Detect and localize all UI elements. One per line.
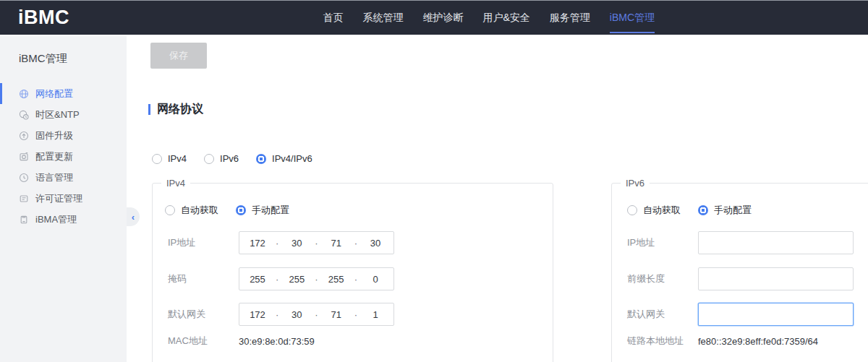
sidebar-item-language[interactable]: 语言管理: [0, 167, 127, 188]
ip-octet[interactable]: 30: [357, 238, 393, 249]
ipv6-ip-row: IP地址: [612, 231, 868, 254]
sidebar-item-label: 配置更新: [35, 150, 73, 163]
sidebar-item-label: 网络配置: [35, 87, 73, 100]
sidebar-item-license[interactable]: 许可证管理: [0, 188, 127, 209]
ip-octet[interactable]: 30: [278, 238, 315, 249]
radio-circle-icon[interactable]: [236, 205, 246, 215]
ipv4-mac-label: MAC地址: [168, 335, 208, 348]
ipv6-prefix-input[interactable]: [698, 267, 854, 290]
radio-label: IPv6: [220, 153, 239, 164]
sidebar-item-network-config[interactable]: 网络配置: [0, 83, 127, 104]
ipv4-gateway-row: 默认网关 172 · 30 · 71 · 1: [153, 303, 553, 326]
radio-ipv6-auto[interactable]: 自动获取: [627, 204, 681, 217]
sidebar-item-config-update[interactable]: 配置更新: [0, 146, 127, 167]
top-bar: iBMC 首页 系统管理 维护诊断 用户&安全 服务管理 iBMC管理: [0, 0, 868, 35]
sidebar-title: iBMC管理: [19, 52, 127, 66]
nav-item-home[interactable]: 首页: [323, 12, 343, 25]
ipv4-mask-label: 掩码: [168, 272, 187, 285]
ipv4-panel-legend: IPv4: [161, 178, 190, 189]
upgrade-arrow-icon: [19, 131, 29, 141]
ipv6-panel: IPv6 自动获取 手动配置 IP地址 前缀长度 默认网关 链路本地地址: [611, 183, 868, 362]
ipv4-panel: IPv4 自动获取 手动配置 IP地址 172 · 30 · 71 · 30: [152, 183, 553, 362]
ibmc-logo: iBMC: [18, 7, 69, 29]
timezone-clock-icon: [19, 110, 29, 120]
sidebar-item-label: 语言管理: [35, 171, 73, 184]
ip-octet[interactable]: 255: [278, 274, 315, 285]
ipv4-mac-row: MAC地址 30:e9:8e:0d:73:59: [153, 335, 553, 347]
radio-ipv4[interactable]: IPv4: [152, 153, 187, 164]
ipv6-mode-radio-group: 自动获取 手动配置: [627, 204, 769, 217]
sidebar: iBMC管理 网络配置 时区&NTP 固件升级: [0, 36, 127, 362]
nav-item-maintenance[interactable]: 维护诊断: [422, 12, 463, 25]
ipv4-mode-radio-group: 自动获取 手动配置: [165, 204, 307, 217]
sidebar-item-timezone-ntp[interactable]: 时区&NTP: [0, 104, 127, 125]
radio-ipv4-auto[interactable]: 自动获取: [165, 204, 218, 217]
sidebar-item-ibma[interactable]: iBMA管理: [0, 209, 127, 230]
radio-circle-icon[interactable]: [256, 154, 266, 164]
ipv4-mask-input[interactable]: 255 · 255 · 255 · 0: [239, 267, 394, 290]
ip-octet[interactable]: 255: [239, 274, 276, 285]
ipv4-ip-input[interactable]: 172 · 30 · 71 · 30: [239, 231, 394, 254]
section-accent-bar: [148, 104, 150, 115]
ip-octet[interactable]: 0: [357, 274, 393, 285]
ipv6-link-local-value: fe80::32e9:8eff:fe0d:7359/64: [698, 336, 818, 347]
radio-circle-icon[interactable]: [627, 205, 637, 215]
sidebar-item-label: 固件升级: [35, 129, 73, 142]
ipv6-prefix-label: 前缀长度: [627, 272, 665, 285]
license-doc-icon: [19, 194, 29, 204]
chevron-left-icon: ‹: [132, 212, 135, 223]
ip-octet[interactable]: 255: [318, 274, 354, 285]
sidebar-menu: 网络配置 时区&NTP 固件升级 配置更新: [0, 83, 127, 230]
nav-item-user-security[interactable]: 用户&安全: [482, 12, 529, 25]
radio-label: IPv4/IPv6: [272, 153, 312, 164]
radio-circle-icon[interactable]: [165, 205, 175, 215]
language-clock-icon: [19, 173, 29, 183]
nav-item-system[interactable]: 系统管理: [362, 12, 403, 25]
nav-item-service[interactable]: 服务管理: [550, 12, 590, 25]
radio-ipv4-ipv6[interactable]: IPv4/IPv6: [256, 153, 312, 164]
section-title: 网络协议: [157, 102, 203, 117]
sidebar-item-label: iBMA管理: [35, 213, 77, 226]
radio-label: 自动获取: [643, 204, 681, 217]
ipv6-panel-legend: IPv6: [621, 178, 650, 189]
section-header: 网络协议: [148, 102, 203, 117]
ipv6-gateway-label: 默认网关: [627, 308, 665, 321]
ipv4-mask-row: 掩码 255 · 255 · 255 · 0: [153, 267, 553, 290]
ipv6-link-local-label: 链路本地地址: [627, 335, 684, 348]
nav-item-ibmc-management[interactable]: iBMC管理: [610, 12, 655, 25]
ip-octet[interactable]: 71: [318, 238, 354, 249]
top-nav: 首页 系统管理 维护诊断 用户&安全 服务管理 iBMC管理: [323, 1, 655, 35]
ip-octet[interactable]: 30: [278, 309, 315, 320]
ipv4-ip-label: IP地址: [168, 236, 195, 249]
ipv4-gateway-input[interactable]: 172 · 30 · 71 · 1: [239, 303, 394, 326]
save-button[interactable]: 保存: [150, 43, 207, 69]
sidebar-item-firmware-upgrade[interactable]: 固件升级: [0, 125, 127, 146]
radio-label: 自动获取: [181, 204, 218, 217]
radio-label: 手动配置: [714, 204, 752, 217]
globe-icon: [19, 89, 29, 99]
ip-octet[interactable]: 71: [318, 309, 354, 320]
radio-circle-icon[interactable]: [204, 154, 214, 164]
radio-ipv4-manual[interactable]: 手动配置: [236, 204, 289, 217]
ip-octet[interactable]: 172: [239, 309, 276, 320]
ipv4-mac-value: 30:e9:8e:0d:73:59: [239, 336, 315, 347]
sidebar-item-label: 许可证管理: [35, 192, 82, 205]
radio-label: 手动配置: [252, 204, 289, 217]
ipv6-link-local-row: 链路本地地址 fe80::32e9:8eff:fe0d:7359/64: [612, 335, 868, 347]
protocol-radio-group: IPv4 IPv6 IPv4/IPv6: [152, 153, 330, 164]
radio-label: IPv4: [168, 153, 187, 164]
radio-ipv6-manual[interactable]: 手动配置: [698, 204, 752, 217]
ipv6-gateway-input[interactable]: [698, 303, 854, 326]
ip-octet[interactable]: 172: [239, 238, 276, 249]
radio-ipv6[interactable]: IPv6: [204, 153, 239, 164]
radio-circle-icon[interactable]: [698, 205, 708, 215]
ip-octet[interactable]: 1: [357, 309, 393, 320]
ipv4-gateway-label: 默认网关: [168, 308, 205, 321]
main-content: 保存 网络协议 IPv4 IPv6 IPv4/IPv6 IPv4 自动获取: [127, 35, 868, 362]
ipv6-ip-label: IP地址: [627, 236, 655, 249]
radio-circle-icon[interactable]: [152, 154, 162, 164]
ibma-package-icon: [19, 215, 29, 225]
config-update-icon: [19, 152, 29, 162]
ipv4-ip-row: IP地址 172 · 30 · 71 · 30: [153, 231, 553, 254]
ipv6-ip-input[interactable]: [698, 231, 854, 254]
